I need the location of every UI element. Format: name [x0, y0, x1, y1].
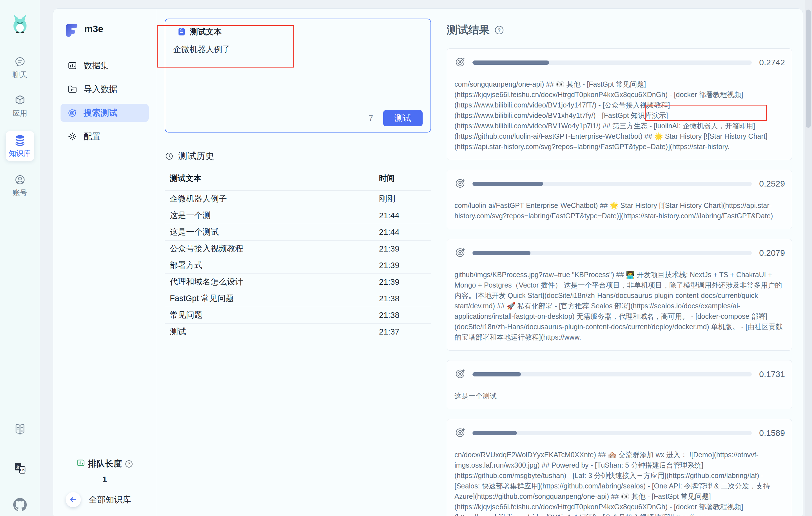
score-value: 0.2079	[758, 248, 785, 258]
score-target-icon	[455, 427, 466, 439]
history-row-time: 21:37	[379, 327, 431, 336]
sidebar-item-label: 应用	[13, 108, 27, 118]
result-card[interactable]: 0.1589 cn/docx/RVUxdqE2WolDYyxEKATcM0XXn…	[447, 419, 792, 516]
history-row[interactable]: FastGpt 常见问题 21:38	[165, 291, 431, 307]
history-row[interactable]: 这是一个测 21:44	[165, 207, 431, 224]
sidebar-item-apps[interactable]: 应用	[13, 94, 27, 118]
score-progress-track	[472, 251, 752, 255]
history-row-text: 企微机器人例子	[170, 193, 379, 205]
history-row-time: 21:38	[379, 294, 431, 303]
test-input-footer: 7 测试	[369, 110, 423, 126]
test-input-value[interactable]: 企微机器人例子	[173, 44, 423, 55]
kb-title: m3e	[84, 23, 103, 34]
result-text: github/imgs/KBProcess.jpg?raw=true "KBPr…	[455, 270, 785, 342]
history-table-header: 测试文本 时间	[165, 173, 431, 191]
test-input-label: 测试文本	[190, 26, 222, 37]
history-row[interactable]: 部署方式 21:39	[165, 257, 431, 274]
history-row-text: 测试	[170, 326, 379, 337]
menu-item-import-data[interactable]: 导入数据	[61, 80, 149, 98]
knowledge-base-panel: m3e 数据集 导入数据	[53, 8, 803, 516]
history-table: 测试文本 时间 企微机器人例子 刚刚 这是一个测 21:44 这是一个测试 21…	[165, 173, 431, 340]
github-icon[interactable]	[13, 498, 27, 513]
sidebar-item-knowledge-base-active[interactable]: 知识库	[6, 131, 34, 161]
history-row-text: FastGpt 常见问题	[170, 293, 379, 304]
score-target-icon	[455, 246, 466, 260]
result-text: cn/docx/RVUxdqE2WolDYyxEKATcM0XXnte) ## …	[455, 450, 785, 516]
back-arrow-icon[interactable]	[66, 492, 81, 507]
results-title: 测试结果	[447, 23, 490, 37]
user-icon	[14, 174, 26, 186]
sidebar-item-label: 账号	[13, 188, 27, 198]
result-card[interactable]: 0.2529 com/luolin-ai/FastGPT-Enterprise-…	[447, 170, 792, 229]
history-row-time: 21:39	[379, 244, 431, 253]
history-row[interactable]: 测试 21:37	[165, 324, 431, 340]
history-row-time: 21:38	[379, 311, 431, 320]
score-target-icon	[455, 368, 466, 381]
history-row-text: 公众号接入视频教程	[170, 243, 379, 254]
page-scrollbar[interactable]	[805, 0, 812, 516]
history-row-text: 常见问题	[170, 309, 379, 321]
back-label: 全部知识库	[89, 494, 131, 506]
sidebar-item-chat[interactable]: 聊天	[13, 56, 27, 80]
history-row[interactable]: 公众号接入视频教程 21:39	[165, 241, 431, 257]
queue-length-row: 排队长度 ?	[53, 458, 156, 469]
kb-menu: 数据集 导入数据 搜索测试	[53, 57, 156, 146]
svg-text:En: En	[20, 468, 25, 472]
svg-text:?: ?	[498, 28, 501, 33]
result-card[interactable]: 0.2742 com/songquanpeng/one-api) ## 👀 其他…	[447, 49, 792, 160]
queue-length-value: 1	[53, 475, 156, 484]
history-row-time: 21:44	[379, 211, 431, 220]
history-rows: 企微机器人例子 刚刚 这是一个测 21:44 这是一个测试 21:44 公众号接…	[165, 191, 431, 340]
score-progress-fill	[472, 372, 521, 376]
menu-item-dataset[interactable]: 数据集	[61, 57, 149, 74]
queue-length-label: 排队长度	[88, 458, 122, 469]
history-row-text: 代理和域名怎么设计	[170, 276, 379, 287]
chat-icon	[14, 56, 26, 67]
sidebar-item-account[interactable]: 账号	[13, 174, 27, 198]
history-row-time: 21:44	[379, 227, 431, 237]
score-progress-fill	[472, 251, 530, 255]
history-row[interactable]: 企微机器人例子 刚刚	[165, 191, 431, 207]
scrollbar-thumb[interactable]	[806, 9, 811, 128]
history-row[interactable]: 这是一个测试 21:44	[165, 224, 431, 241]
history-row[interactable]: 常见问题 21:38	[165, 307, 431, 324]
gear-icon	[67, 131, 78, 142]
back-to-all-kb[interactable]: 全部知识库	[66, 492, 156, 507]
result-text: com/songquanpeng/one-api) ## 👀 其他 - [Fas…	[455, 79, 785, 152]
avatar[interactable]	[8, 11, 32, 35]
test-submit-button[interactable]: 测试	[383, 110, 423, 126]
history-row-time: 21:39	[379, 277, 431, 287]
result-card-header: 0.1731	[455, 368, 785, 381]
score-target-icon	[455, 56, 466, 69]
results-title-row: 测试结果 ?	[447, 23, 792, 37]
history-row-time: 21:39	[379, 261, 431, 270]
result-card[interactable]: 0.2079 github/imgs/KBProcess.jpg?raw=tru…	[447, 239, 792, 351]
score-progress-fill	[472, 60, 549, 65]
history-col-time: 时间	[379, 173, 431, 184]
database-icon	[13, 134, 26, 147]
language-switch-icon[interactable]: 文 En	[13, 461, 27, 476]
score-value: 0.2529	[758, 179, 785, 188]
results-help-icon[interactable]: ?	[494, 25, 504, 35]
cube-icon	[14, 94, 26, 106]
test-text-icon	[177, 27, 186, 36]
score-target-icon	[455, 177, 466, 190]
history-row-text: 这是一个测试	[170, 226, 379, 238]
kb-header: m3e	[63, 21, 156, 37]
score-progress-track	[472, 182, 752, 186]
test-input-card[interactable]: 测试文本 企微机器人例子 7 测试	[165, 19, 431, 132]
target-icon	[67, 108, 78, 118]
history-row[interactable]: 代理和域名怎么设计 21:39	[165, 274, 431, 291]
history-row-text: 部署方式	[170, 260, 379, 271]
sidebar-item-label: 聊天	[13, 70, 27, 80]
docs-book-icon[interactable]	[13, 423, 27, 437]
queue-chart-icon	[76, 458, 85, 469]
global-nav-rail: 聊天 应用 知识库 账号	[0, 0, 40, 516]
queue-help-icon[interactable]: ?	[125, 460, 133, 468]
import-folder-icon	[67, 84, 78, 94]
menu-item-settings[interactable]: 配置	[61, 127, 149, 146]
sidebar-spacer	[53, 146, 156, 458]
menu-item-search-test[interactable]: 搜索测试	[61, 104, 149, 122]
score-value: 0.1731	[758, 369, 785, 379]
result-card[interactable]: 0.1731 这是一个测试	[447, 360, 792, 409]
